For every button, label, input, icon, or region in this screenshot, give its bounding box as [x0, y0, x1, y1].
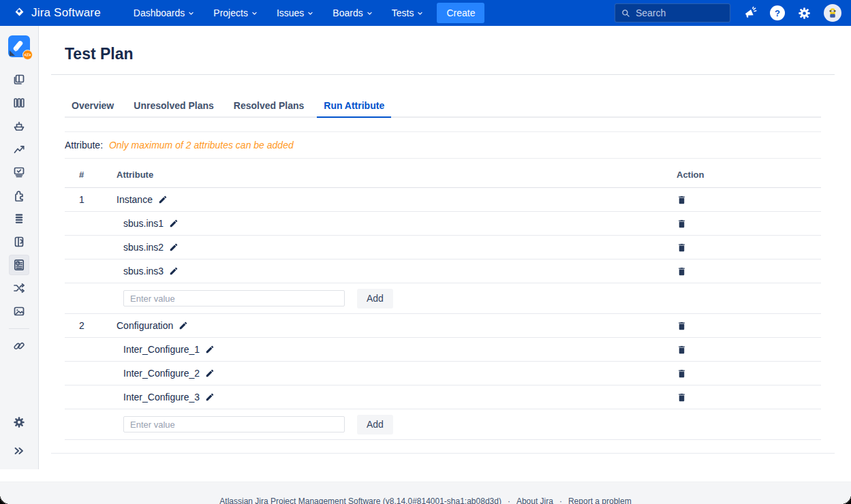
add-value-button[interactable]: Add	[357, 415, 393, 435]
new-value-input[interactable]	[123, 416, 345, 432]
sidebar-item-releases[interactable]	[10, 116, 29, 136]
project-avatar[interactable]: </>	[8, 35, 30, 57]
new-value-input[interactable]	[123, 290, 345, 306]
attribute-value: Inter_Configure_2	[123, 368, 200, 379]
jira-logo[interactable]: Jira Software	[12, 5, 101, 22]
user-avatar	[824, 4, 841, 22]
sidebar-item-list[interactable]	[10, 209, 29, 228]
attribute-row: 2 Configuration	[65, 314, 821, 338]
delete-value-button[interactable]	[677, 242, 687, 253]
screen-corner	[841, 494, 851, 504]
settings-button[interactable]	[797, 6, 811, 20]
attribute-row: 1 Instance	[65, 188, 821, 212]
pencil-icon	[179, 321, 188, 330]
list-bars-icon	[12, 212, 26, 225]
gear-icon	[12, 415, 26, 429]
delete-value-button[interactable]	[677, 219, 687, 229]
tab-resolved-plans[interactable]: Resolved Plans	[227, 100, 311, 118]
edit-value-button[interactable]	[169, 266, 179, 276]
delete-attribute-button[interactable]	[677, 195, 687, 205]
sidebar-item-links[interactable]	[10, 336, 29, 356]
menu-dashboards[interactable]: Dashboards	[127, 3, 202, 22]
megaphone-icon	[743, 5, 758, 20]
footer-separator: ·	[559, 497, 562, 504]
edit-value-button[interactable]	[169, 219, 179, 228]
puzzle-icon	[12, 189, 26, 202]
edit-value-button[interactable]	[205, 345, 215, 354]
monitor-check-icon	[12, 166, 26, 179]
pencil-icon	[205, 392, 215, 402]
menu-issues[interactable]: Issues	[270, 3, 320, 22]
project-settings-button[interactable]	[10, 413, 29, 432]
pencil-icon	[158, 195, 168, 204]
page-title: Test Plan	[65, 44, 821, 64]
delete-value-button[interactable]	[677, 392, 687, 403]
attribute-value: Inter_Configure_3	[123, 392, 200, 403]
tab-overview[interactable]: Overview	[65, 100, 121, 118]
create-button[interactable]: Create	[437, 3, 484, 23]
attribute-value-row: Inter_Configure_3	[65, 385, 821, 409]
sidebar-item-reports[interactable]	[10, 140, 29, 159]
attribute-label: Attribute:	[65, 140, 103, 151]
trash-icon	[677, 392, 687, 403]
menu-projects[interactable]: Projects	[206, 3, 264, 22]
top-navigation: Jira Software Dashboards Projects Issues…	[0, 0, 851, 26]
sidebar-item-board[interactable]	[10, 93, 29, 112]
delete-value-button[interactable]	[677, 266, 687, 277]
attribute-value-row: sbus.ins2	[65, 236, 821, 259]
link-icon	[12, 339, 26, 353]
trash-icon	[677, 219, 687, 229]
jira-diamond-icon	[12, 5, 27, 22]
image-icon	[12, 304, 26, 318]
menu-boards[interactable]: Boards	[326, 3, 379, 22]
edit-value-button[interactable]	[205, 392, 215, 402]
collapse-sidebar-button[interactable]	[10, 441, 29, 460]
add-value-row: Add	[65, 409, 821, 440]
edit-value-button[interactable]	[169, 242, 179, 252]
menu-tests[interactable]: Tests	[385, 3, 431, 22]
user-menu-button[interactable]	[824, 4, 841, 22]
sidebar-item-pages[interactable]	[10, 232, 29, 251]
sidebar-item-test-plan[interactable]	[10, 255, 29, 274]
sidebar-item-test-sessions[interactable]	[10, 163, 29, 182]
chevron-down-icon	[188, 10, 194, 16]
attribute-value: Inter_Configure_1	[123, 344, 200, 355]
search-input[interactable]	[636, 7, 724, 18]
delete-value-button[interactable]	[677, 345, 687, 355]
pencil-icon	[169, 242, 179, 252]
attribute-value-row: sbus.ins3	[65, 259, 821, 283]
table-header-row: # Attribute Action	[65, 159, 821, 188]
edit-attribute-button[interactable]	[158, 195, 168, 204]
tab-unresolved-plans[interactable]: Unresolved Plans	[127, 100, 221, 118]
sidebar-item-media[interactable]	[10, 302, 29, 321]
gear-icon	[797, 6, 811, 20]
app-window: Jira Software Dashboards Projects Issues…	[0, 0, 851, 504]
add-value-button[interactable]: Add	[357, 289, 393, 309]
attribute-number: 2	[65, 320, 117, 331]
pages-icon	[12, 235, 26, 249]
column-header-num: #	[65, 170, 117, 180]
delete-value-button[interactable]	[677, 368, 687, 379]
help-button[interactable]: ?	[770, 5, 785, 20]
double-chevron-right-icon	[13, 445, 25, 457]
edit-attribute-button[interactable]	[179, 321, 188, 330]
sidebar-item-shuffle[interactable]	[10, 279, 29, 298]
announcements-button[interactable]	[743, 5, 758, 20]
chart-line-icon	[12, 142, 26, 156]
brand-title: Jira Software	[31, 6, 101, 20]
search-box[interactable]	[615, 3, 730, 22]
attribute-limit-message: Only maximum of 2 attributes can be adde…	[109, 140, 294, 151]
delete-attribute-button[interactable]	[677, 321, 687, 331]
attribute-value-row: Inter_Configure_2	[65, 362, 821, 385]
about-jira-link[interactable]: About Jira	[516, 497, 553, 504]
project-sidebar: </>	[0, 26, 39, 469]
report-problem-link[interactable]: Report a problem	[568, 497, 632, 504]
sidebar-item-add-ons[interactable]	[10, 186, 29, 205]
footer-separator: ·	[508, 497, 510, 504]
trash-icon	[677, 368, 687, 379]
edit-value-button[interactable]	[205, 368, 215, 378]
sidebar-divider	[9, 328, 29, 329]
sidebar-item-backlog[interactable]	[10, 70, 29, 89]
tab-run-attribute[interactable]: Run Attribute	[317, 100, 391, 118]
board-icon	[12, 96, 26, 110]
